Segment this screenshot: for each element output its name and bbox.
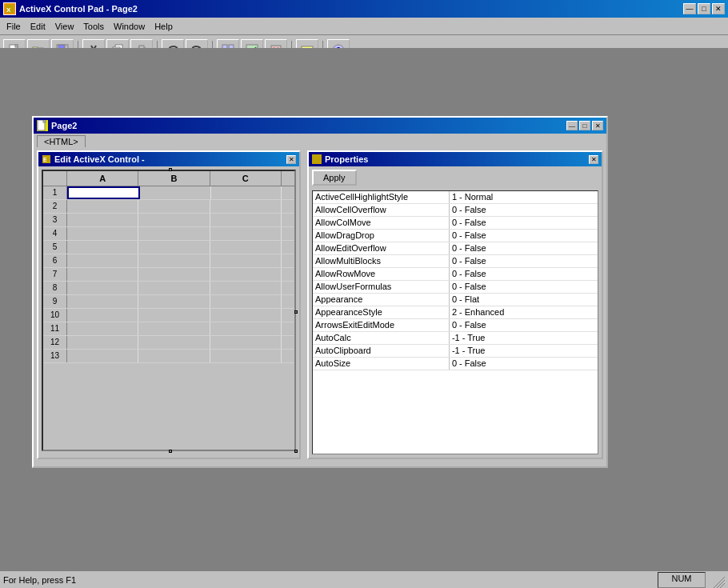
prop-value[interactable]: 2 - Enhanced (450, 306, 598, 318)
cell-5-0[interactable] (67, 241, 138, 254)
cell-5-1[interactable] (138, 241, 210, 254)
prop-value[interactable]: 0 - False (450, 319, 598, 331)
cell-5-2[interactable] (210, 241, 282, 254)
cell-9-1[interactable] (138, 295, 210, 308)
props-row[interactable]: AppearanceStyle2 - Enhanced (313, 306, 598, 319)
prop-value[interactable]: 1 - Normal (450, 191, 598, 203)
row-scroll-filler (282, 214, 294, 226)
cell-13-0[interactable] (67, 350, 138, 362)
menu-view[interactable]: View (50, 20, 79, 33)
prop-value[interactable]: 0 - Flat (450, 294, 598, 306)
cell-1-0[interactable] (67, 186, 140, 199)
cell-2-2[interactable] (210, 200, 282, 213)
props-row[interactable]: AutoSize0 - False (313, 358, 598, 370)
props-row[interactable]: AllowCellOverflow0 - False (313, 204, 598, 217)
props-row[interactable]: ActiveCellHighlightStyle1 - Normal (313, 191, 598, 204)
cell-2-1[interactable] (138, 200, 210, 213)
props-row[interactable]: AllowDragDrop0 - False (313, 230, 598, 242)
status-resize-grip[interactable] (709, 572, 725, 588)
prop-value[interactable]: 0 - False (450, 268, 598, 280)
prop-value[interactable]: -1 - True (450, 332, 598, 344)
html-tab[interactable]: <HTML> (37, 135, 86, 147)
app-titlebar: X ActiveX Control Pad - Page2 — □ ✕ (0, 0, 728, 18)
cell-6-2[interactable] (210, 254, 282, 267)
cell-6-1[interactable] (138, 254, 210, 267)
props-close[interactable]: ✕ (589, 155, 598, 164)
props-row[interactable]: AllowMultiBlocks0 - False (313, 255, 598, 268)
cell-11-1[interactable] (138, 322, 210, 335)
props-table[interactable]: ActiveCellHighlightStyle1 - NormalAllowC… (312, 190, 598, 454)
mdi-close[interactable]: ✕ (592, 121, 603, 130)
prop-value[interactable]: 0 - False (450, 217, 598, 229)
cell-7-2[interactable] (210, 268, 282, 281)
cell-2-0[interactable] (67, 200, 138, 213)
prop-value[interactable]: 0 - False (450, 255, 598, 267)
cell-7-1[interactable] (138, 268, 210, 281)
cell-12-0[interactable] (67, 336, 138, 349)
resize-handle-top[interactable] (169, 168, 172, 171)
menu-tools[interactable]: Tools (78, 20, 109, 33)
cell-13-1[interactable] (138, 350, 210, 362)
cell-7-0[interactable] (67, 268, 138, 281)
cell-8-0[interactable] (67, 282, 138, 294)
menu-edit[interactable]: Edit (26, 20, 50, 33)
resize-handle-bottom[interactable] (169, 450, 172, 453)
maximize-button[interactable]: □ (698, 3, 710, 14)
mdi-maximize[interactable]: □ (579, 121, 590, 130)
cell-4-1[interactable] (138, 227, 210, 240)
cell-1-2[interactable] (211, 186, 282, 199)
prop-value[interactable]: -1 - True (450, 345, 598, 357)
cell-3-2[interactable] (210, 214, 282, 226)
cell-10-1[interactable] (138, 309, 210, 322)
menu-file[interactable]: File (2, 20, 26, 33)
prop-value[interactable]: 0 - False (450, 242, 598, 254)
menu-help[interactable]: Help (150, 20, 178, 33)
cell-11-0[interactable] (67, 322, 138, 335)
cell-13-2[interactable] (210, 350, 282, 362)
prop-value[interactable]: 0 - False (450, 204, 598, 216)
props-row[interactable]: AllowUserFormulas0 - False (313, 281, 598, 294)
cell-6-0[interactable] (67, 254, 138, 267)
cell-9-2[interactable] (210, 295, 282, 308)
col-header-a: A (67, 171, 138, 186)
app-title: ActiveX Control Pad - Page2 (19, 4, 138, 14)
row-header-9: 9 (43, 295, 67, 308)
apply-button[interactable]: Apply (312, 170, 357, 186)
row-header-12: 12 (43, 336, 67, 349)
mdi-minimize[interactable]: — (566, 121, 578, 130)
props-row[interactable]: AllowRowMove0 - False (313, 268, 598, 281)
props-row[interactable]: ArrowsExitEditMode0 - False (313, 319, 598, 332)
svg-rect-29 (43, 120, 46, 122)
prop-value[interactable]: 0 - False (450, 281, 598, 293)
cell-8-2[interactable] (210, 282, 282, 294)
cell-10-2[interactable] (210, 309, 282, 322)
resize-handle-right[interactable] (294, 310, 298, 314)
cell-4-0[interactable] (67, 227, 138, 240)
row-scroll-filler (282, 200, 294, 213)
prop-value[interactable]: 0 - False (450, 230, 598, 242)
cell-3-1[interactable] (138, 214, 210, 226)
prop-value[interactable]: 0 - False (450, 358, 598, 370)
resize-handle-br[interactable] (294, 450, 298, 453)
cell-4-2[interactable] (210, 227, 282, 240)
activex-close[interactable]: ✕ (286, 155, 296, 164)
close-button[interactable]: ✕ (712, 3, 725, 14)
cell-3-0[interactable] (67, 214, 138, 226)
cell-9-0[interactable] (67, 295, 138, 308)
cell-12-2[interactable] (210, 336, 282, 349)
props-row[interactable]: AllowEditOverflow0 - False (313, 242, 598, 255)
props-row[interactable]: Appearance0 - Flat (313, 294, 598, 306)
row-scroll-filler (282, 350, 294, 362)
cell-10-0[interactable] (67, 309, 138, 322)
cell-11-2[interactable] (210, 322, 282, 335)
props-row[interactable]: AllowColMove0 - False (313, 217, 598, 230)
menu-window[interactable]: Window (109, 20, 150, 33)
cell-8-1[interactable] (138, 282, 210, 294)
minimize-button[interactable]: — (683, 3, 696, 14)
props-row[interactable]: AutoCalc-1 - True (313, 332, 598, 345)
cell-1-1[interactable] (140, 186, 210, 199)
cell-12-1[interactable] (138, 336, 210, 349)
props-row[interactable]: AutoClipboard-1 - True (313, 345, 598, 358)
prop-name: AutoClipboard (313, 345, 450, 357)
props-apply-area: Apply (312, 170, 598, 186)
